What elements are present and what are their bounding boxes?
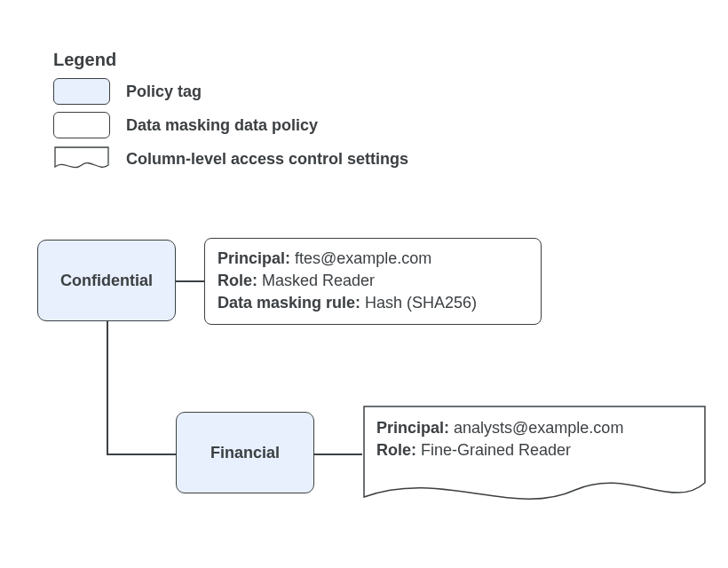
connector-line xyxy=(176,280,204,282)
legend-row-clac: Column-level access control settings xyxy=(53,146,408,172)
data-masking-policy-card: Principal: ftes@example.com Role: Masked… xyxy=(204,238,542,325)
connector-line xyxy=(107,321,108,454)
policy-role-row: Role: Masked Reader xyxy=(218,270,528,292)
column-level-access-control-card: Principal: analysts@example.com Role: Fi… xyxy=(362,405,707,511)
legend-label: Column-level access control settings xyxy=(126,150,408,169)
clac-principal-row: Principal: analysts@example.com xyxy=(376,417,623,439)
legend-swatch-clac-icon xyxy=(53,146,110,172)
connector-line xyxy=(314,454,362,455)
legend-swatch-data-policy-icon xyxy=(53,112,110,138)
legend-label: Data masking data policy xyxy=(126,116,318,135)
legend-title: Legend xyxy=(53,50,116,70)
policy-tag-financial: Financial xyxy=(176,412,314,493)
legend-row-policy-tag: Policy tag xyxy=(53,78,202,105)
clac-role-row: Role: Fine-Grained Reader xyxy=(376,439,623,462)
legend-swatch-policy-tag-icon xyxy=(53,78,110,105)
legend-label: Policy tag xyxy=(126,83,202,101)
policy-tag-label: Confidential xyxy=(60,272,153,290)
policy-principal-row: Principal: ftes@example.com xyxy=(218,248,528,270)
policy-rule-row: Data masking rule: Hash (SHA256) xyxy=(218,292,528,314)
connector-line xyxy=(107,454,176,455)
policy-tag-confidential: Confidential xyxy=(37,240,176,321)
legend-row-data-policy: Data masking data policy xyxy=(53,112,318,138)
policy-tag-label: Financial xyxy=(210,444,280,462)
